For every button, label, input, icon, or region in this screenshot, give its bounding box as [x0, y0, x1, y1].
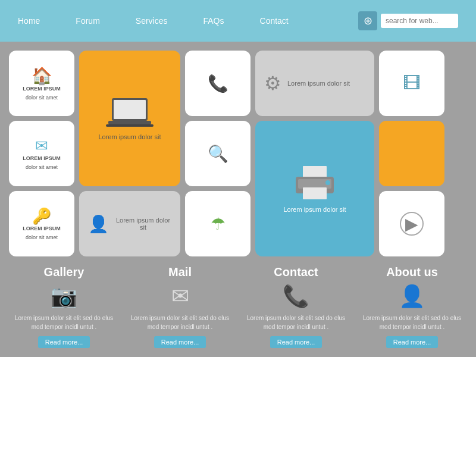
tiles-grid: 🏠 LOREM IPSUM dolor sit amet Lorem ipsum…	[9, 51, 467, 256]
nav: Home Forum Services FAQs Contact	[18, 16, 358, 26]
nav-contact[interactable]: Contact	[260, 16, 289, 26]
tile-umbrella[interactable]: ☂	[185, 191, 250, 256]
tile-house-label1: LOREM IPSUM	[23, 86, 61, 93]
tile-gear-label: Lorem ipsum dolor sit	[287, 80, 350, 87]
footer-contact: Contact 📞 Lorem ipsum dolor sit elit sed…	[241, 265, 351, 348]
phone-icon: 📞	[208, 74, 228, 93]
svg-rect-2	[108, 121, 151, 124]
tile-house-label2: dolor sit amet	[26, 95, 58, 101]
footer-mail-text: Lorem ipsum dolor sit elit sed do elus m…	[125, 314, 235, 331]
tile-key-label1: LOREM IPSUM	[23, 226, 61, 233]
footer-sections: Gallery 📷 Lorem ipsum dolor sit elit sed…	[0, 265, 476, 357]
gear-icon: ⚙	[264, 72, 281, 95]
globe-icon: ⊕	[364, 14, 372, 27]
tile-key-label2: dolor sit amet	[26, 234, 58, 240]
main-content: 🏠 LOREM IPSUM dolor sit amet Lorem ipsum…	[0, 42, 476, 265]
svg-point-8	[325, 180, 330, 185]
person-icon: 👤	[88, 214, 109, 234]
svg-rect-3	[106, 124, 154, 127]
tile-film[interactable]: 🎞	[379, 51, 444, 116]
camera-icon: 📷	[51, 284, 77, 309]
footer-mail: Mail ✉ Lorem ipsum dolor sit elit sed do…	[125, 265, 235, 348]
umbrella-icon: ☂	[211, 214, 226, 234]
footer-contact-title: Contact	[274, 265, 318, 279]
footer-mail-title: Mail	[168, 265, 192, 279]
envelope-icon: ✉	[35, 137, 48, 155]
footer-gallery: Gallery 📷 Lorem ipsum dolor sit elit sed…	[9, 265, 119, 348]
svg-rect-4	[303, 166, 327, 178]
film-icon: 🎞	[403, 73, 421, 93]
tile-envelope-label1: LOREM IPSUM	[23, 155, 61, 162]
mail-icon: ✉	[171, 284, 189, 309]
contact-read-more-button[interactable]: Read more...	[270, 336, 322, 348]
search-mag-icon: 🔍	[208, 144, 228, 164]
svg-rect-7	[303, 187, 327, 199]
footer-about-title: About us	[386, 265, 438, 279]
nav-faqs[interactable]: FAQs	[203, 16, 224, 26]
footer-gallery-title: Gallery	[44, 265, 84, 279]
header: Home Forum Services FAQs Contact ⊕	[0, 0, 476, 42]
tile-laptop[interactable]: Lorem ipsum dolor sit	[79, 51, 180, 186]
tile-gear[interactable]: ⚙ Lorem ipsum dolor sit	[255, 51, 374, 116]
house-icon: 🏠	[32, 66, 52, 86]
footer-gallery-text: Lorem ipsum dolor sit elit sed do elus m…	[9, 314, 119, 331]
footer-about-text: Lorem ipsum dolor sit elit sed do elus m…	[357, 314, 467, 331]
tile-house[interactable]: 🏠 LOREM IPSUM dolor sit amet	[9, 51, 74, 116]
about-read-more-button[interactable]: Read more...	[386, 336, 439, 348]
tile-printer[interactable]: Lorem ipsum dolor sit	[255, 121, 374, 256]
tile-search[interactable]: 🔍	[185, 121, 250, 186]
nav-services[interactable]: Services	[136, 16, 168, 26]
printer-icon	[291, 165, 339, 203]
tile-envelope[interactable]: ✉ LOREM IPSUM dolor sit amet	[9, 121, 74, 186]
nav-home[interactable]: Home	[18, 16, 40, 26]
tile-envelope-label2: dolor sit amet	[26, 164, 58, 170]
svg-rect-1	[114, 100, 146, 119]
play-icon: ▶	[400, 212, 424, 236]
search-input[interactable]	[381, 14, 458, 28]
tile-laptop-label: Lorem ipsum dolor sit	[98, 133, 161, 140]
tile-orange-plain[interactable]	[379, 121, 444, 186]
tile-key[interactable]: 🔑 LOREM IPSUM dolor sit amet	[9, 191, 74, 256]
footer-contact-text: Lorem ipsum dolor sit elit sed do elus m…	[241, 314, 351, 331]
phone2-icon: 📞	[283, 284, 309, 309]
tile-phone[interactable]: 📞	[185, 51, 250, 116]
tile-play[interactable]: ▶	[379, 191, 444, 256]
laptop-icon	[106, 97, 154, 130]
gallery-read-more-button[interactable]: Read more...	[38, 336, 90, 348]
search-icon-box: ⊕	[358, 11, 377, 30]
search-area: ⊕	[358, 11, 458, 30]
tile-person[interactable]: 👤 Lorem ipsum dolor sit	[79, 191, 180, 256]
key-icon: 🔑	[32, 207, 51, 226]
person2-icon: 👤	[399, 284, 425, 309]
footer-about: About us 👤 Lorem ipsum dolor sit elit se…	[357, 265, 467, 348]
mail-read-more-button[interactable]: Read more...	[154, 336, 206, 348]
tile-printer-label: Lorem ipsum dolor sit	[283, 206, 346, 213]
nav-forum[interactable]: Forum	[76, 16, 99, 26]
tile-person-label: Lorem ipsum dolor sit	[115, 217, 171, 231]
